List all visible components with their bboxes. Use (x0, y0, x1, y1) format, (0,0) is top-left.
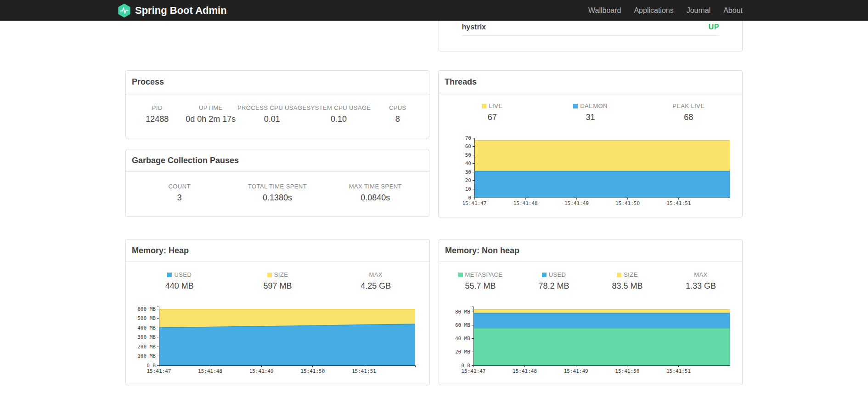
stat-label: LIVE (443, 102, 541, 109)
legend-swatch-live (482, 104, 486, 108)
application-status-badge: UP (709, 23, 719, 31)
stat-label: TOTAL TIME SPENT (228, 183, 326, 190)
stat-value: 0.1380s (228, 193, 326, 203)
stat-value: 0.10 (307, 114, 371, 124)
memory-nonheap-stats: METASPACE 55.7 MB USED 78.2 MB SIZE (439, 262, 742, 302)
threads-panel: Threads LIVE 67 DAEMON 31 (438, 70, 743, 217)
nav-item-about[interactable]: About (723, 6, 743, 15)
stat-label-text: DAEMON (580, 102, 607, 109)
svg-text:300 MB: 300 MB (137, 334, 156, 340)
threads-panel-title: Threads (439, 71, 742, 93)
svg-text:50: 50 (465, 152, 471, 158)
nav-item-applications[interactable]: Applications (634, 6, 673, 15)
application-name: hystrix (462, 23, 486, 31)
stat-uptime: UPTIME 0d 0h 2m 17s (184, 104, 237, 124)
svg-text:15:41:48: 15:41:48 (513, 368, 537, 374)
stat-label: COUNT (130, 183, 228, 190)
svg-text:15:41:51: 15:41:51 (352, 368, 376, 374)
svg-text:15:41:50: 15:41:50 (615, 200, 640, 206)
svg-text:15:41:49: 15:41:49 (564, 368, 588, 374)
stat-value: 78.2 MB (517, 281, 591, 291)
stat-label-text: MAX (369, 271, 382, 278)
stat-nonheap-max: MAX 1.33 GB (664, 271, 738, 291)
svg-text:200 MB: 200 MB (137, 344, 156, 350)
stat-label: CPUS (371, 104, 424, 111)
stat-label: USED (517, 271, 591, 278)
stat-nonheap-used: USED 78.2 MB (517, 271, 591, 291)
brand-title: Spring Boot Admin (135, 5, 227, 17)
svg-text:0 B: 0 B (461, 363, 470, 369)
svg-text:20: 20 (465, 177, 471, 183)
brand[interactable]: Spring Boot Admin (118, 4, 227, 17)
svg-text:15:41:51: 15:41:51 (666, 368, 691, 374)
stat-label-text: LIVE (489, 102, 502, 109)
svg-text:500 MB: 500 MB (137, 315, 156, 321)
gc-stats: COUNT 3 TOTAL TIME SPENT 0.1380s MAX TIM… (126, 172, 429, 216)
stat-label: UPTIME (184, 104, 237, 111)
stat-label: PID (130, 104, 184, 111)
navbar: Spring Boot Admin Wallboard Applications… (0, 0, 868, 21)
stat-label-text: MAX (694, 271, 707, 278)
stat-value: 597 MB (229, 281, 327, 291)
stat-label: SIZE (591, 271, 664, 278)
memory-nonheap-panel-title: Memory: Non heap (439, 239, 742, 262)
stat-pid: PID 12488 (130, 104, 184, 124)
stat-label: MAX TIME SPENT (327, 183, 424, 190)
stat-cpus: CPUS 8 (371, 104, 424, 124)
stat-value: 83.5 MB (591, 281, 664, 291)
empty-left-column (125, 21, 430, 51)
application-row-hystrix[interactable]: hystrix UP (462, 21, 720, 36)
stat-label: MAX (327, 271, 425, 278)
threads-stats: LIVE 67 DAEMON 31 PEAK LIVE 6 (439, 93, 742, 133)
svg-text:10: 10 (465, 186, 471, 192)
nav-item-wallboard[interactable]: Wallboard (588, 6, 621, 15)
svg-text:600 MB: 600 MB (137, 306, 156, 312)
stat-value: 4.25 GB (327, 281, 425, 291)
stat-label-text: METASPACE (465, 271, 503, 278)
stat-label: METASPACE (444, 271, 517, 278)
nav-item-journal[interactable]: Journal (687, 6, 710, 15)
stat-label-text: SIZE (274, 271, 288, 278)
memory-nonheap-chart: 0 B20 MB40 MB60 MB80 MB15:41:4715:41:481… (439, 303, 742, 379)
stat-label: MAX (664, 271, 738, 278)
stat-value: 12488 (130, 114, 184, 124)
svg-text:15:41:48: 15:41:48 (198, 368, 222, 374)
stat-label-text: USED (174, 271, 192, 278)
svg-text:15:41:47: 15:41:47 (462, 368, 486, 374)
memory-heap-panel: Memory: Heap USED 440 MB SIZE 597 MB (125, 239, 430, 385)
memory-heap-chart: 0 B100 MB200 MB300 MB400 MB500 MB600 MB1… (126, 303, 429, 379)
stat-label-text: USED (549, 271, 566, 278)
gc-panel-title: Garbage Collection Pauses (126, 149, 429, 172)
stat-heap-used: USED 440 MB (130, 271, 229, 291)
stat-system-cpu-usage: SYSTEM CPU USAGE 0.10 (307, 104, 371, 124)
stat-threads-peak-live: PEAK LIVE 68 (639, 102, 738, 122)
svg-text:400 MB: 400 MB (137, 325, 156, 331)
stat-process-cpu-usage: PROCESS CPU USAGE 0.01 (237, 104, 307, 124)
svg-text:15:41:48: 15:41:48 (513, 200, 538, 206)
stat-gc-count: COUNT 3 (130, 183, 228, 203)
applications-panel: hystrix UP (439, 21, 743, 51)
legend-swatch-used (167, 273, 172, 277)
svg-text:15:41:50: 15:41:50 (300, 368, 325, 374)
svg-text:40 MB: 40 MB (455, 336, 470, 342)
stat-value: 67 (443, 113, 541, 122)
svg-text:70: 70 (465, 135, 471, 141)
stat-gc-total-time: TOTAL TIME SPENT 0.1380s (228, 183, 326, 203)
memory-heap-stats: USED 440 MB SIZE 597 MB MAX 4 (126, 262, 429, 302)
svg-text:0 B: 0 B (147, 363, 156, 369)
stat-value: 0d 0h 2m 17s (184, 114, 237, 124)
svg-text:15:41:50: 15:41:50 (615, 368, 639, 374)
svg-text:40: 40 (465, 160, 471, 166)
svg-text:100 MB: 100 MB (137, 353, 156, 359)
gc-panel: Garbage Collection Pauses COUNT 3 TOTAL … (125, 149, 429, 217)
stat-gc-max-time: MAX TIME SPENT 0.0840s (327, 183, 424, 203)
stat-threads-live: LIVE 67 (443, 102, 541, 122)
process-stats: PID 12488 UPTIME 0d 0h 2m 17s PROCESS CP… (126, 93, 429, 138)
nav-links: Wallboard Applications Journal About (588, 6, 743, 15)
stat-value: 1.33 GB (664, 281, 738, 291)
spring-boot-admin-logo-icon (118, 4, 130, 17)
svg-text:15:41:47: 15:41:47 (147, 368, 171, 374)
stat-value: 31 (541, 113, 640, 122)
svg-text:20 MB: 20 MB (455, 349, 470, 355)
stat-value: 55.7 MB (444, 281, 517, 291)
